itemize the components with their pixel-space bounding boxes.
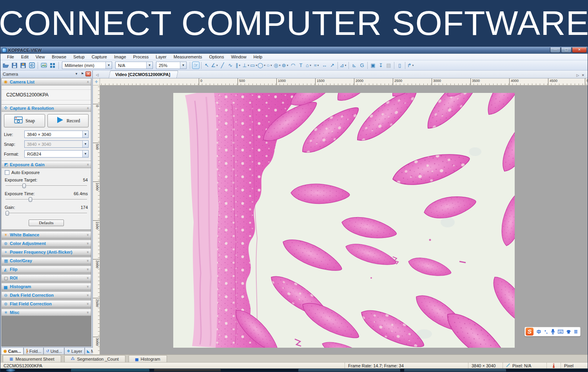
- chevron-down-icon[interactable]: »: [85, 294, 89, 296]
- scalebar-tool[interactable]: ⊿▼: [339, 62, 347, 69]
- chevron-up-icon[interactable]: »: [85, 163, 89, 165]
- chevron-down-icon[interactable]: ▼: [105, 62, 112, 69]
- section-flip[interactable]: ◭Flip»: [2, 266, 91, 273]
- chevron-down-icon[interactable]: ▼: [82, 151, 88, 157]
- tab-measurement-sheet[interactable]: ▦Measurement Sheet: [3, 355, 61, 362]
- parallel-tool[interactable]: ∥▼: [234, 62, 242, 69]
- tab-close-icon[interactable]: ✕: [581, 73, 584, 77]
- section-white-balance[interactable]: ☀White Balance»: [2, 231, 91, 238]
- video-tab[interactable]: Video [C2CMOS12000KPA]: [109, 71, 178, 78]
- menu-item-setup[interactable]: Setup: [70, 54, 88, 60]
- gain-slider[interactable]: [5, 210, 88, 216]
- clipboard-icon[interactable]: ▯: [396, 62, 403, 69]
- circle-tool[interactable]: ○▼: [266, 62, 273, 69]
- tab-histogram[interactable]: ▅Histogram: [129, 355, 167, 362]
- section-capture-resolution[interactable]: ✣ Capture & Resolution »: [2, 105, 91, 112]
- windows-taskbar[interactable]: [0, 368, 588, 372]
- format-select[interactable]: RGB24 ▼: [24, 150, 89, 158]
- keyboard-icon[interactable]: [558, 330, 563, 334]
- chevron-down-icon[interactable]: »: [85, 251, 89, 253]
- camera-list-item[interactable]: C2CMOS12000KPA: [2, 89, 91, 100]
- annulus-tool[interactable]: ⊚▼: [281, 62, 289, 69]
- section-camera-list[interactable]: ◉ Camera List »: [2, 78, 91, 85]
- unit-select[interactable]: Millimeter (mm) ▼: [62, 62, 112, 69]
- chevron-down-icon[interactable]: »: [85, 259, 89, 261]
- tab-scroll-right-icon[interactable]: ▷: [577, 73, 579, 77]
- tab-undo[interactable]: ↺Und...: [44, 347, 64, 354]
- save-icon[interactable]: [11, 62, 18, 69]
- chevron-down-icon[interactable]: ▼: [146, 62, 152, 69]
- ruler-origin-icon[interactable]: ✛: [93, 78, 100, 85]
- menu-icon[interactable]: [574, 330, 578, 334]
- hand-tool[interactable]: ☞: [192, 62, 200, 69]
- section-misc[interactable]: ✳Misc»: [2, 309, 91, 316]
- section-exposure-gain[interactable]: ◩ Exposure & Gain »: [2, 161, 91, 168]
- video-canvas[interactable]: S: [100, 85, 588, 354]
- minimize-button[interactable]: —: [550, 47, 561, 53]
- menu-item-capture[interactable]: Capture: [88, 54, 111, 60]
- open-folder-icon[interactable]: [2, 62, 10, 69]
- save-image-icon[interactable]: [19, 62, 27, 69]
- ellipse-tool[interactable]: ◯▼: [258, 62, 265, 69]
- section-flat-field-correction[interactable]: ⊜Flat Field Correction»: [2, 300, 91, 307]
- polyline-tool[interactable]: ∿: [227, 62, 234, 69]
- section-histogram[interactable]: ▅Histogram»: [2, 283, 91, 290]
- punctuation-icon[interactable]: [544, 329, 548, 334]
- sogou-logo-icon[interactable]: S: [526, 328, 534, 336]
- zoom-select[interactable]: 25% ▼: [156, 62, 187, 69]
- chevron-down-icon[interactable]: »: [85, 303, 89, 305]
- thumbnail-grid-icon[interactable]: [49, 62, 56, 69]
- chevron-down-icon[interactable]: »: [85, 285, 89, 287]
- section-power-frequency[interactable]: ✦Power Frequency (Anti-flicker)»: [2, 249, 91, 256]
- tab-scroll-left-icon[interactable]: ◁: [94, 72, 100, 78]
- menu-item-edit[interactable]: Edit: [18, 54, 32, 60]
- exposure-time-slider[interactable]: [5, 197, 88, 202]
- curve-tool[interactable]: ≈▼: [313, 62, 320, 69]
- menu-item-process[interactable]: Process: [130, 54, 152, 60]
- line-tool[interactable]: ╱: [219, 62, 226, 69]
- tab-layer[interactable]: ❖Layer: [64, 347, 85, 354]
- polygon-tool[interactable]: ⌂▼: [305, 62, 312, 69]
- merge-layers-icon[interactable]: ▣: [369, 62, 377, 69]
- concentric-circles-tool[interactable]: ◎▼: [274, 62, 281, 69]
- angle-tool[interactable]: ∠▼: [211, 62, 218, 69]
- browse-images-icon[interactable]: [40, 62, 48, 69]
- chinese-mode-icon[interactable]: [536, 329, 541, 334]
- ime-toolbar[interactable]: S: [524, 327, 581, 336]
- section-roi[interactable]: ▢ROI»: [2, 274, 91, 281]
- text-tool[interactable]: T: [297, 62, 305, 69]
- chevron-down-icon[interactable]: ▼: [82, 131, 88, 138]
- defaults-button[interactable]: Defaults: [29, 220, 64, 226]
- section-color-adjustment[interactable]: ⊛Color Adjustment»: [2, 240, 91, 247]
- pin-icon[interactable]: ⚑: [80, 71, 85, 76]
- snap-button[interactable]: Snap: [4, 114, 45, 127]
- menu-item-image[interactable]: Image: [111, 54, 130, 60]
- taskbar-item[interactable]: [404, 369, 506, 372]
- chevron-down-icon[interactable]: »: [85, 242, 89, 244]
- tab-segmentation-count[interactable]: ⁂Segmentation _Count: [64, 355, 125, 362]
- microphone-icon[interactable]: [551, 329, 555, 334]
- rectangle-tool[interactable]: ▭▼: [250, 62, 258, 69]
- auto-exposure-checkbox[interactable]: [5, 170, 9, 175]
- tab-folders[interactable]: ┣Fold...: [24, 347, 44, 354]
- close-button[interactable]: ✕: [572, 47, 587, 53]
- skin-icon[interactable]: [566, 330, 571, 334]
- menu-item-options[interactable]: Options: [206, 54, 228, 60]
- chevron-up-icon[interactable]: »: [85, 81, 89, 83]
- calibration-icon[interactable]: ⊾: [350, 62, 358, 69]
- start-orb[interactable]: [6, 369, 15, 372]
- tab-camera[interactable]: ◉Cam...: [1, 347, 24, 354]
- caliper-tool[interactable]: ↔: [321, 62, 328, 69]
- taskbar-item[interactable]: [154, 369, 221, 372]
- grid-overlay-icon[interactable]: G: [358, 62, 366, 69]
- live-resolution-select[interactable]: 3840 × 3040 ▼: [24, 131, 89, 138]
- export-measurements-icon[interactable]: ↧: [377, 62, 385, 69]
- perpendicular-tool[interactable]: ⊥▼: [242, 62, 250, 69]
- chevron-down-icon[interactable]: »: [85, 234, 89, 236]
- chevron-down-icon[interactable]: ▼: [180, 62, 186, 69]
- section-dark-field-correction[interactable]: ⊖Dark Field Correction»: [2, 292, 91, 299]
- menu-item-window[interactable]: Window: [227, 54, 250, 60]
- taskbar-item[interactable]: [298, 369, 400, 372]
- select-arrow-tool[interactable]: ↖: [203, 62, 211, 69]
- chevron-down-icon[interactable]: »: [85, 311, 89, 313]
